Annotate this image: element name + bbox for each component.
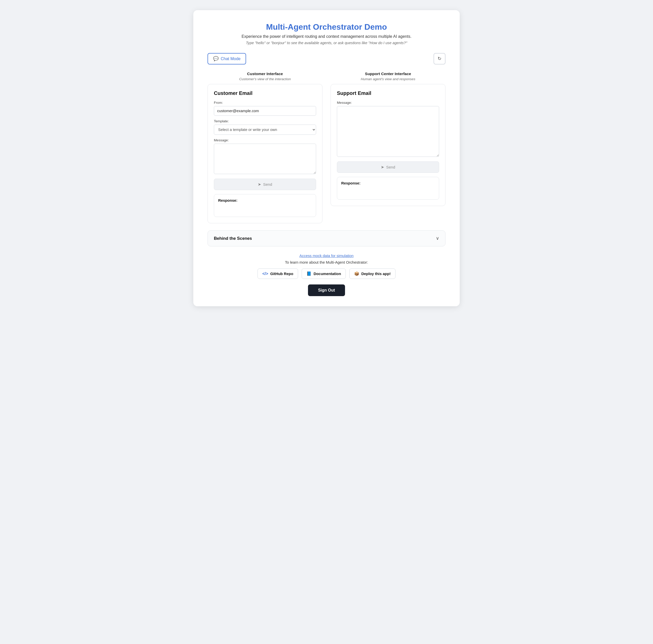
support-interface-label: Support Center Interface	[331, 72, 445, 76]
footer-learn-more: To learn more about the Multi-Agent Orch…	[208, 260, 445, 264]
customer-response-box: Response:	[214, 194, 316, 217]
customer-message-label: Message:	[214, 138, 316, 142]
send-icon-support: ➤	[381, 165, 384, 169]
github-repo-button[interactable]: </> GitHub Repo	[258, 268, 298, 279]
sign-out-label: Sign Out	[318, 288, 335, 292]
template-select[interactable]: Select a template or write your own	[214, 125, 316, 135]
mock-data-link[interactable]: Access mock data for simulation	[299, 254, 354, 258]
customer-email-title: Customer Email	[214, 90, 316, 96]
main-card: Multi-Agent Orchestrator Demo Experience…	[193, 10, 460, 306]
customer-send-button[interactable]: ➤ Send	[214, 178, 316, 190]
chevron-down-icon: ∨	[436, 236, 439, 241]
header: Multi-Agent Orchestrator Demo Experience…	[208, 22, 445, 45]
chat-mode-button[interactable]: 💬 Chat Mode	[208, 53, 246, 65]
documentation-button[interactable]: 📘 Documentation	[301, 268, 346, 279]
docs-icon: 📘	[307, 271, 312, 276]
customer-interface-label: Customer Interface	[208, 72, 322, 76]
support-email-title: Support Email	[337, 90, 439, 96]
support-send-label: Send	[386, 165, 395, 169]
from-input[interactable]	[214, 106, 316, 116]
from-label: From:	[214, 101, 316, 104]
github-icon: </>	[262, 271, 268, 276]
refresh-button[interactable]: ↻	[434, 53, 445, 65]
header-hint: Type "hello" or "bonjour" to see the ava…	[208, 41, 445, 45]
refresh-icon: ↻	[438, 56, 441, 62]
chat-icon: 💬	[213, 56, 219, 62]
template-label: Template:	[214, 119, 316, 123]
deploy-icon: 📦	[354, 271, 359, 276]
support-response-label: Response:	[341, 181, 435, 185]
customer-interface-sublabel: Customer's view of the interaction	[208, 77, 322, 81]
support-interface-sublabel: Human agent's view and responses	[331, 77, 445, 81]
customer-send-label: Send	[263, 182, 272, 187]
behind-scenes-title: Behind the Scenes	[214, 236, 252, 241]
footer-links: </> GitHub Repo 📘 Documentation 📦 Deploy…	[208, 268, 445, 279]
page-title: Multi-Agent Orchestrator Demo	[208, 22, 445, 32]
github-label: GitHub Repo	[270, 272, 293, 276]
support-response-box: Response:	[337, 177, 439, 200]
support-message-textarea[interactable]	[337, 106, 439, 157]
behind-scenes-section[interactable]: Behind the Scenes ∨	[208, 231, 445, 246]
customer-email-card: Customer Email From: Template: Select a …	[208, 84, 322, 223]
docs-label: Documentation	[314, 272, 341, 276]
support-email-card: Support Email Message: ➤ Send Response:	[331, 84, 445, 206]
send-icon-customer: ➤	[258, 182, 261, 187]
interfaces-row: Customer Interface Customer's view of th…	[208, 72, 445, 223]
support-message-label: Message:	[337, 101, 439, 104]
deploy-label: Deploy this app!	[361, 272, 391, 276]
customer-response-label: Response:	[218, 198, 312, 202]
customer-interface-col: Customer Interface Customer's view of th…	[208, 72, 322, 223]
chat-mode-label: Chat Mode	[221, 56, 241, 61]
support-interface-col: Support Center Interface Human agent's v…	[331, 72, 445, 223]
header-subtitle: Experience the power of intelligent rout…	[208, 34, 445, 39]
deploy-button[interactable]: 📦 Deploy this app!	[349, 268, 395, 279]
toolbar: 💬 Chat Mode ↻	[208, 53, 445, 65]
footer: Access mock data for simulation To learn…	[208, 254, 445, 296]
support-send-button[interactable]: ➤ Send	[337, 161, 439, 173]
customer-message-textarea[interactable]	[214, 144, 316, 174]
sign-out-button[interactable]: Sign Out	[308, 284, 345, 296]
